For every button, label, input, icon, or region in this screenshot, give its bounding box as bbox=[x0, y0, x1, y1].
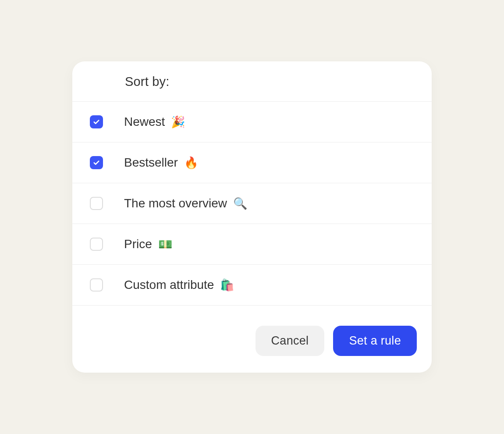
check-icon bbox=[92, 159, 100, 167]
checkbox-most-overview[interactable] bbox=[90, 197, 103, 210]
checkbox-newest[interactable] bbox=[90, 115, 103, 128]
dialog-header: Sort by: bbox=[72, 61, 432, 101]
checkbox-bestseller[interactable] bbox=[90, 156, 103, 169]
fire-icon: 🔥 bbox=[184, 156, 198, 170]
option-text: Bestseller bbox=[124, 156, 178, 170]
option-text: Custom attribute bbox=[124, 278, 214, 292]
option-label: Custom attribute 🛍️ bbox=[124, 278, 234, 292]
cancel-button[interactable]: Cancel bbox=[256, 326, 325, 356]
option-custom-attribute[interactable]: Custom attribute 🛍️ bbox=[72, 264, 432, 306]
checkbox-custom-attribute[interactable] bbox=[90, 278, 103, 292]
dialog-footer: Cancel Set a rule bbox=[72, 306, 432, 373]
option-label: Price 💵 bbox=[124, 237, 172, 251]
option-price[interactable]: Price 💵 bbox=[72, 224, 432, 264]
check-icon bbox=[92, 118, 100, 126]
dialog-title: Sort by: bbox=[125, 75, 414, 89]
option-most-overview[interactable]: The most overview 🔍 bbox=[72, 183, 432, 224]
sort-dialog: Sort by: Newest 🎉 Bestseller 🔥 The bbox=[72, 61, 432, 373]
option-text: Newest bbox=[124, 115, 165, 129]
checkbox-price[interactable] bbox=[90, 238, 103, 251]
magnifying-glass-icon: 🔍 bbox=[233, 197, 247, 210]
set-rule-button[interactable]: Set a rule bbox=[333, 326, 417, 356]
dollar-banknote-icon: 💵 bbox=[158, 238, 172, 251]
shopping-bags-icon: 🛍️ bbox=[220, 278, 234, 292]
option-label: Newest 🎉 bbox=[124, 115, 185, 129]
options-list: Newest 🎉 Bestseller 🔥 The most overview … bbox=[72, 101, 432, 306]
option-text: Price bbox=[124, 237, 152, 251]
option-label: The most overview 🔍 bbox=[124, 196, 247, 210]
option-label: Bestseller 🔥 bbox=[124, 156, 198, 170]
option-text: The most overview bbox=[124, 196, 227, 210]
party-popper-icon: 🎉 bbox=[171, 115, 185, 129]
option-newest[interactable]: Newest 🎉 bbox=[72, 101, 432, 142]
option-bestseller[interactable]: Bestseller 🔥 bbox=[72, 142, 432, 183]
